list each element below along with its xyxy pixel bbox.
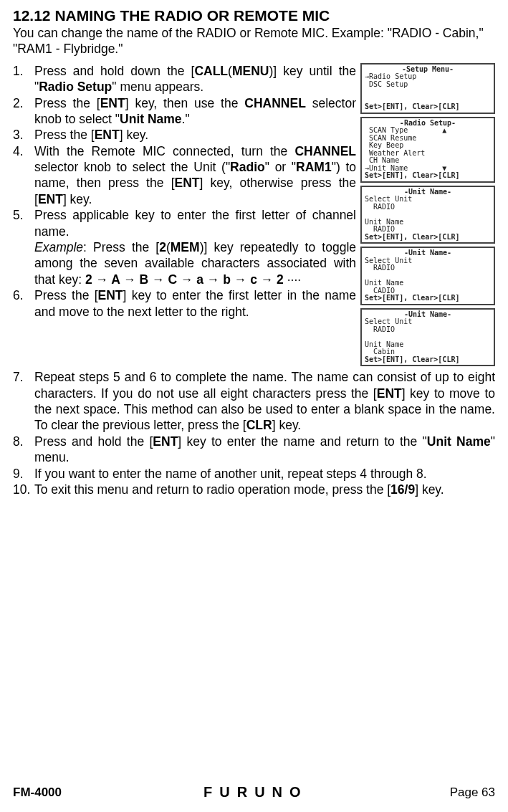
step-10: To exit this menu and return to radio op… — [34, 482, 495, 497]
screen-body: Select Unit RADIO Unit Name Cabin — [365, 317, 412, 355]
text: ] key. — [415, 482, 444, 497]
text: " menu appears. — [112, 80, 203, 94]
lcd-screen-unit-name-1: -Unit Name-Select Unit RADIO Unit Name R… — [360, 186, 495, 244]
key-ent: ENT — [100, 96, 125, 110]
section-title: NAMING THE RADIO OR REMOTE MIC — [54, 7, 330, 24]
screens-column: -Setup Menu-→Radio Setup DSC Setup Set>[… — [360, 63, 495, 370]
step-9: If you want to enter the name of another… — [34, 466, 495, 482]
text: ] key to enter the name and return to th… — [178, 434, 427, 449]
section-number: 12.12 — [13, 7, 51, 24]
key-2: 2 — [159, 240, 166, 254]
text: ." — [182, 112, 190, 126]
example-label: Example — [34, 240, 83, 254]
text: Press the [ — [34, 128, 95, 142]
text: " or " — [265, 160, 296, 174]
text: Press and hold the [ — [34, 434, 153, 449]
text: ] key. — [120, 128, 149, 142]
lcd-screen-radio-setup: -Radio Setup- SCAN Type ▲ SCAN Resume Ke… — [360, 117, 495, 183]
text: If you want to enter the name of another… — [34, 467, 427, 481]
screen-body: →Radio Setup DSC Setup — [365, 72, 416, 88]
screen-body: Select Unit RADIO Unit Name RADIO — [365, 195, 412, 233]
key-clr: CLR — [246, 418, 272, 432]
screen-footer: Set>[ENT], Clear>[CLR] — [365, 102, 459, 110]
text: selector knob to select the Unit (" — [34, 160, 230, 174]
step-7: Repeat steps 5 and 6 to complete the nam… — [34, 369, 495, 434]
screen-footer: Set>[ENT], Clear>[CLR] — [365, 294, 459, 302]
lcd-screen-setup-menu: -Setup Menu-→Radio Setup DSC Setup Set>[… — [360, 63, 495, 114]
unit-ram1: RAM1 — [296, 160, 332, 174]
text: Press the [ — [34, 288, 98, 302]
key-ent: ENT — [95, 128, 120, 142]
body-row: Press and hold down the [CALL(MENU)] key… — [13, 63, 495, 370]
key-call: CALL — [194, 64, 228, 78]
footer-model: FM-4000 — [13, 785, 62, 800]
knob-channel: CHANNEL — [294, 144, 356, 158]
footer-page: Page 63 — [450, 785, 495, 800]
screen-body: Select Unit RADIO Unit Name CADIO — [365, 257, 412, 295]
step-4: With the Remote MIC connected, turn the … — [34, 143, 356, 208]
text: Press applicable key to enter the first … — [34, 208, 356, 238]
key-ent: ENT — [175, 176, 200, 190]
menu-radio-setup: Radio Setup — [39, 80, 112, 94]
steps-column: Press and hold down the [CALL(MENU)] key… — [13, 63, 356, 320]
step-2: Press the [ENT] key, then use the CHANNE… — [34, 95, 356, 128]
unit-radio: Radio — [230, 160, 265, 174]
text: ] key, then use the — [125, 96, 245, 110]
key-menu: MENU — [232, 64, 269, 78]
key-ent: ENT — [98, 288, 123, 302]
text: : Press the [ — [83, 240, 159, 254]
lcd-screen-unit-name-3: -Unit Name-Select Unit RADIO Unit Name C… — [360, 308, 495, 367]
text: Press and hold down the [ — [34, 64, 194, 78]
knob-channel: CHANNEL — [244, 96, 306, 110]
screen-footer: Set>[ENT], Clear>[CLR] — [365, 355, 459, 363]
step-5: Press applicable key to enter the first … — [34, 207, 356, 287]
text: Press the [ — [34, 96, 100, 110]
key-16-9: 16/9 — [390, 482, 415, 497]
step-6: Press the [ENT] key to enter the first l… — [34, 287, 356, 320]
screen-footer: Set>[ENT], Clear>[CLR] — [365, 171, 459, 179]
intro-paragraph: You can change the name of the RADIO or … — [13, 26, 495, 57]
steps-list: Press and hold down the [CALL(MENU)] key… — [13, 63, 356, 320]
footer-logo: FURUNO — [203, 784, 308, 801]
menu-unit-name: Unit Name — [427, 434, 491, 449]
menu-unit-name: Unit Name — [120, 112, 182, 126]
text: With the Remote MIC connected, turn the — [34, 144, 294, 158]
lcd-screen-unit-name-2: -Unit Name-Select Unit RADIO Unit Name C… — [360, 247, 495, 305]
step-1: Press and hold down the [CALL(MENU)] key… — [34, 63, 356, 95]
text: ] key. — [63, 192, 92, 206]
step-3: Press the [ENT] key. — [34, 127, 356, 143]
key-ent: ENT — [377, 386, 402, 401]
char-sequence: 2 → A → B → C → a → b → c → 2 — [85, 272, 284, 287]
section-heading: 12.12 NAMING THE RADIO OR REMOTE MIC — [13, 7, 495, 24]
text: ] key. — [272, 418, 302, 432]
text: ···· — [284, 272, 301, 287]
page-footer: FM-4000 FURUNO Page 63 — [0, 784, 508, 801]
screen-footer: Set>[ENT], Clear>[CLR] — [365, 233, 459, 241]
key-mem: MEM — [171, 240, 200, 254]
key-ent: ENT — [38, 192, 63, 206]
steps-list-cont: Repeat steps 5 and 6 to complete the nam… — [13, 369, 495, 497]
key-ent: ENT — [153, 434, 178, 449]
text: To exit this menu and return to radio op… — [34, 482, 390, 497]
manual-page: 12.12 NAMING THE RADIO OR REMOTE MIC You… — [0, 0, 508, 812]
screen-body: SCAN Type ▲ SCAN Resume Key Beep Weather… — [365, 126, 446, 172]
step-8: Press and hold the [ENT] key to enter th… — [34, 434, 495, 466]
